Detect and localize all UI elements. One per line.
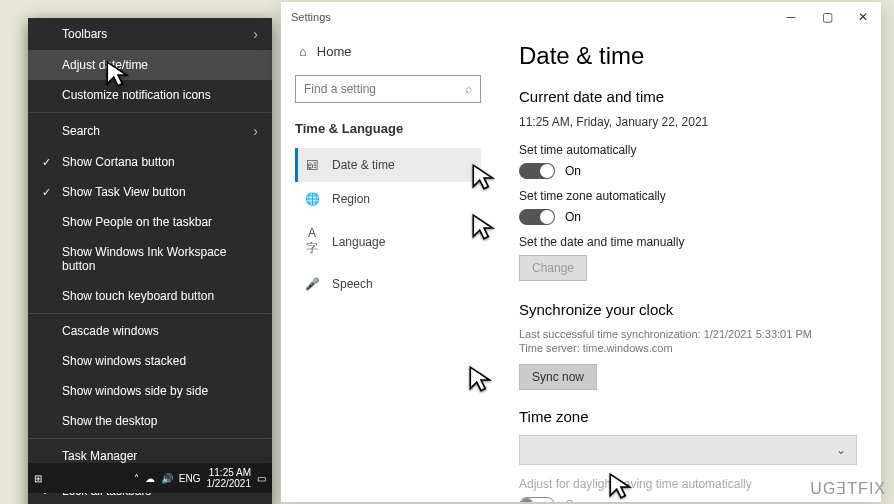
context-menu-item[interactable]: Toolbars bbox=[28, 18, 272, 50]
sidebar-item[interactable]: 🌐Region bbox=[295, 182, 481, 216]
sidebar-item-label: Speech bbox=[332, 277, 373, 291]
context-menu-item[interactable]: Customize notification icons bbox=[28, 80, 272, 110]
context-menu-item[interactable]: Cascade windows bbox=[28, 316, 272, 346]
cloud-icon[interactable]: ☁ bbox=[145, 473, 155, 484]
context-menu-label: Show touch keyboard button bbox=[62, 289, 258, 303]
current-subhead: Current date and time bbox=[519, 88, 857, 105]
check-icon: ✓ bbox=[42, 156, 58, 169]
minimize-button[interactable]: ─ bbox=[773, 2, 809, 32]
home-label: Home bbox=[317, 44, 352, 59]
context-menu-label: Show Cortana button bbox=[62, 155, 258, 169]
set-zone-auto-toggle[interactable] bbox=[519, 209, 555, 225]
sidebar-item-icon: 🎤 bbox=[304, 277, 320, 291]
maximize-button[interactable]: ▢ bbox=[809, 2, 845, 32]
window-title: Settings bbox=[291, 11, 331, 23]
check-icon: ✓ bbox=[42, 186, 58, 199]
context-menu-label: Show Task View button bbox=[62, 185, 258, 199]
context-menu-item[interactable]: ✓Show Cortana button bbox=[28, 147, 272, 177]
context-menu-item[interactable]: ✓Show Task View button bbox=[28, 177, 272, 207]
context-menu-item[interactable]: Show windows stacked bbox=[28, 346, 272, 376]
sync-head: Synchronize your clock bbox=[519, 301, 857, 318]
context-menu-label: Customize notification icons bbox=[62, 88, 258, 102]
titlebar[interactable]: Settings ─ ▢ ✕ bbox=[281, 2, 881, 32]
context-menu-separator bbox=[28, 112, 272, 113]
context-menu-item[interactable]: Show the desktop bbox=[28, 406, 272, 436]
set-time-auto-toggle[interactable] bbox=[519, 163, 555, 179]
sidebar-item[interactable]: A字Language bbox=[295, 216, 481, 267]
volume-icon[interactable]: 🔊 bbox=[161, 473, 173, 484]
context-menu-label: Show the desktop bbox=[62, 414, 258, 428]
search-input[interactable]: Find a setting ⌕ bbox=[295, 75, 481, 103]
taskbar-context-menu: ToolbarsAdjust date/timeCustomize notifi… bbox=[28, 18, 272, 504]
context-menu-label: Show Windows Ink Workspace button bbox=[62, 245, 258, 273]
manual-label: Set the date and time manually bbox=[519, 235, 857, 249]
dst-label: Adjust for daylight saving time automati… bbox=[519, 477, 857, 491]
context-menu-item[interactable]: Show touch keyboard button bbox=[28, 281, 272, 311]
dst-toggle bbox=[519, 497, 555, 502]
set-zone-auto-label: Set time zone automatically bbox=[519, 189, 857, 203]
set-zone-auto-state: On bbox=[565, 210, 581, 224]
set-time-auto-label: Set time automatically bbox=[519, 143, 857, 157]
lang-indicator[interactable]: ENG bbox=[179, 473, 201, 484]
context-menu-item[interactable]: Adjust date/time bbox=[28, 50, 272, 80]
sidebar-item[interactable]: 🎤Speech bbox=[295, 267, 481, 301]
system-tray: ˄ ☁ 🔊 ENG 11:25 AM 1/22/2021 ▭ bbox=[134, 467, 266, 489]
context-menu-item[interactable]: Show windows side by side bbox=[28, 376, 272, 406]
search-icon: ⌕ bbox=[465, 82, 472, 96]
current-datetime: 11:25 AM, Friday, January 22, 2021 bbox=[519, 115, 857, 129]
context-menu-item[interactable]: Show Windows Ink Workspace button bbox=[28, 237, 272, 281]
clock-time: 11:25 AM bbox=[207, 467, 252, 478]
sidebar-item[interactable]: 🗟Date & time bbox=[295, 148, 481, 182]
set-time-auto-state: On bbox=[565, 164, 581, 178]
sidebar-item-icon: 🌐 bbox=[304, 192, 320, 206]
clock-date: 1/22/2021 bbox=[207, 478, 252, 489]
settings-window: Settings ─ ▢ ✕ ⌂ Home Find a setting ⌕ T… bbox=[281, 2, 881, 502]
notification-icon[interactable]: ▭ bbox=[257, 473, 266, 484]
tray-arrow-icon[interactable]: ˄ bbox=[134, 473, 139, 484]
context-menu-item[interactable]: Search bbox=[28, 115, 272, 147]
sidebar-item-label: Language bbox=[332, 235, 385, 249]
context-menu-label: Task Manager bbox=[62, 449, 258, 463]
sync-last: Last successful time synchronization: 1/… bbox=[519, 328, 857, 340]
search-placeholder: Find a setting bbox=[304, 82, 376, 96]
taskbar-clock[interactable]: 11:25 AM 1/22/2021 bbox=[207, 467, 252, 489]
dst-state: On bbox=[565, 498, 581, 502]
watermark: UGƎTFIX bbox=[810, 479, 886, 498]
context-menu-label: Show People on the taskbar bbox=[62, 215, 258, 229]
sidebar-item-label: Date & time bbox=[332, 158, 395, 172]
sidebar-item-icon: A字 bbox=[304, 226, 320, 257]
home-icon: ⌂ bbox=[299, 44, 307, 59]
tz-head: Time zone bbox=[519, 408, 857, 425]
context-menu-label: Search bbox=[62, 124, 253, 138]
change-button[interactable]: Change bbox=[519, 255, 587, 281]
context-menu-label: Show windows stacked bbox=[62, 354, 258, 368]
context-menu-label: Adjust date/time bbox=[62, 58, 258, 72]
context-menu-label: Show windows side by side bbox=[62, 384, 258, 398]
settings-sidebar: ⌂ Home Find a setting ⌕ Time & Language … bbox=[281, 32, 495, 502]
settings-content: Date & time Current date and time 11:25 … bbox=[495, 32, 881, 502]
context-menu-item[interactable]: Show People on the taskbar bbox=[28, 207, 272, 237]
sync-now-button[interactable]: Sync now bbox=[519, 364, 597, 390]
context-menu-separator bbox=[28, 313, 272, 314]
context-menu-separator bbox=[28, 438, 272, 439]
page-title: Date & time bbox=[519, 42, 857, 70]
taskbar[interactable]: ⊞ ˄ ☁ 🔊 ENG 11:25 AM 1/22/2021 ▭ bbox=[28, 463, 272, 493]
timezone-dropdown[interactable] bbox=[519, 435, 857, 465]
start-icon[interactable]: ⊞ bbox=[34, 473, 42, 484]
sidebar-home[interactable]: ⌂ Home bbox=[295, 38, 481, 65]
sidebar-item-icon: 🗟 bbox=[304, 158, 320, 172]
context-menu-label: Cascade windows bbox=[62, 324, 258, 338]
sidebar-item-label: Region bbox=[332, 192, 370, 206]
close-button[interactable]: ✕ bbox=[845, 2, 881, 32]
sync-server: Time server: time.windows.com bbox=[519, 342, 857, 354]
sidebar-section-head: Time & Language bbox=[295, 121, 481, 136]
context-menu-label: Toolbars bbox=[62, 27, 253, 41]
